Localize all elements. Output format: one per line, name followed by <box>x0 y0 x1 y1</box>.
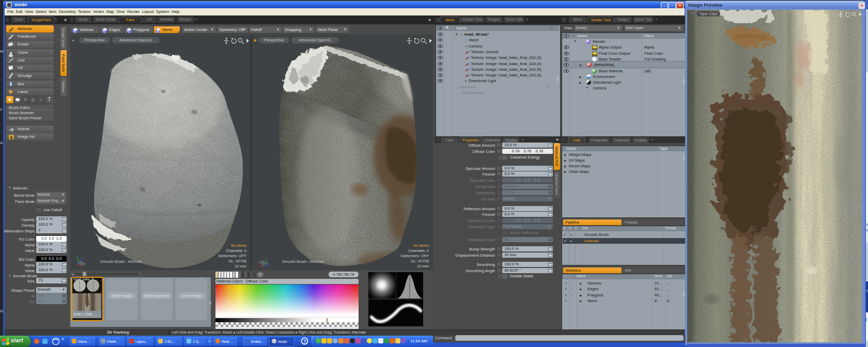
svg-text:?: ? <box>303 339 306 344</box>
svg-text:Y: Y <box>76 256 78 259</box>
svg-text:Z: Z <box>268 262 269 265</box>
svg-text:Y: Y <box>265 258 267 261</box>
svg-text:A: A <box>10 135 13 140</box>
svg-text:Z: Z <box>82 257 84 260</box>
